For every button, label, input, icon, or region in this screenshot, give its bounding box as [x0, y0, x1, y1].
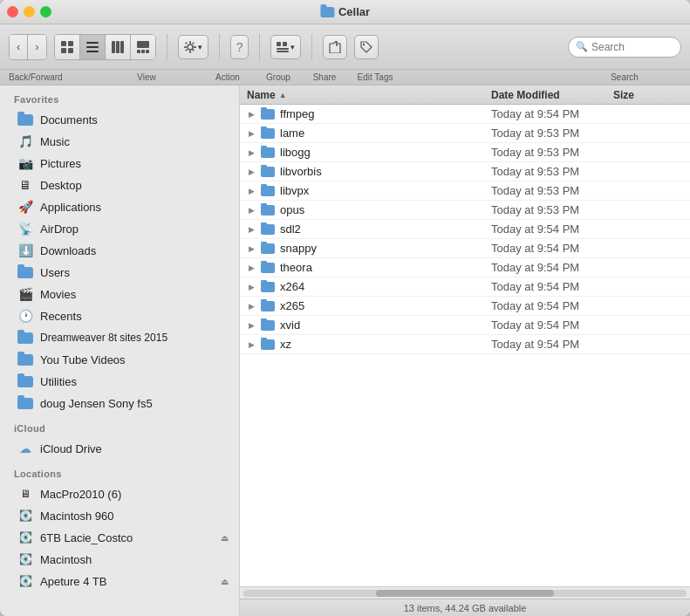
col-size-header[interactable]: Size — [613, 89, 683, 101]
sidebar-item-icloud-drive[interactable]: ☁ iCloud Drive — [3, 438, 236, 459]
group-dropdown-arrow: ▾ — [290, 43, 295, 51]
hscrollbar-area[interactable] — [240, 586, 690, 599]
svg-point-27 — [363, 43, 365, 44]
col-modified-header[interactable]: Date Modified — [491, 89, 613, 101]
sidebar-item-dreamweaver[interactable]: Dreamweaver 8t sites 2015 — [3, 327, 236, 348]
recents-icon: 🕐 — [17, 308, 33, 324]
svg-rect-15 — [189, 41, 191, 44]
sidebar-item-applications[interactable]: 🚀 Applications — [3, 196, 236, 217]
eject-icon-apeture[interactable]: ⏏ — [221, 577, 229, 586]
search-input[interactable] — [591, 41, 670, 53]
svg-rect-7 — [112, 41, 115, 53]
file-row-snappy[interactable]: ▶ snappy Today at 9:54 PM — [240, 239, 690, 258]
sidebar-item-label: Utilities — [40, 375, 77, 388]
list-view-button[interactable] — [80, 35, 106, 59]
help-button[interactable]: ? — [230, 35, 249, 59]
file-row-x265[interactable]: ▶ x265 Today at 9:54 PM — [240, 297, 690, 316]
sidebar-item-pictures[interactable]: 📷 Pictures — [3, 153, 236, 174]
file-list-header: Name ▲ Date Modified Size — [240, 86, 690, 105]
doug-folder-icon — [17, 395, 33, 411]
forward-button[interactable]: › — [28, 35, 45, 59]
svg-rect-11 — [137, 50, 140, 53]
file-row-name: ▶ libvpx — [247, 184, 491, 197]
sidebar-item-lacie[interactable]: 💽 6TB Lacie_Costco ⏏ — [3, 527, 236, 548]
file-modified: Today at 9:53 PM — [491, 184, 613, 197]
file-row-libvorbis[interactable]: ▶ libvorbis Today at 9:53 PM — [240, 162, 690, 181]
window-title: Cellar — [320, 5, 370, 18]
file-row-libvpx[interactable]: ▶ libvpx Today at 9:53 PM — [240, 181, 690, 201]
folder-icon — [261, 147, 275, 158]
search-box[interactable]: 🔍 — [568, 37, 681, 58]
sidebar-item-label: Macintosh — [40, 553, 92, 566]
column-view-icon — [112, 41, 124, 53]
file-row-lame[interactable]: ▶ lame Today at 9:53 PM — [240, 124, 690, 143]
sidebar-item-utilities[interactable]: Utilities — [3, 371, 236, 392]
list-view-icon — [86, 41, 99, 53]
svg-rect-9 — [120, 41, 124, 53]
file-modified: Today at 9:54 PM — [491, 242, 613, 255]
sidebar-item-label: Dreamweaver 8t sites 2015 — [40, 332, 167, 344]
sidebar-item-movies[interactable]: 🎬 Movies — [3, 284, 236, 305]
sidebar-item-recents[interactable]: 🕐 Recents — [3, 305, 236, 326]
close-button[interactable] — [7, 6, 18, 17]
edit-tags-label: Edit Tags — [349, 72, 401, 82]
file-name: libogg — [280, 146, 311, 159]
sidebar-item-documents[interactable]: Documents — [3, 109, 236, 130]
file-row-xvid[interactable]: ▶ xvid Today at 9:54 PM — [240, 316, 690, 335]
file-row-ffmpeg[interactable]: ▶ ffmpeg Today at 9:54 PM — [240, 105, 690, 124]
file-name: snappy — [280, 242, 317, 255]
svg-rect-19 — [185, 42, 188, 44]
apeture-drive-icon: 💽 — [17, 573, 33, 589]
maximize-button[interactable] — [40, 6, 51, 17]
file-row-name: ▶ lame — [247, 127, 491, 140]
col-name-header[interactable]: Name ▲ — [247, 89, 491, 101]
svg-rect-25 — [277, 48, 289, 50]
column-view-button[interactable] — [106, 35, 131, 59]
title-text: Cellar — [338, 5, 370, 18]
expand-triangle: ▶ — [247, 321, 256, 330]
sidebar-item-label: Apeture 4 TB — [40, 575, 106, 588]
file-row-x264[interactable]: ▶ x264 Today at 9:54 PM — [240, 277, 690, 297]
folder-icon — [261, 263, 275, 273]
window-controls — [7, 6, 51, 17]
hscrollbar-thumb[interactable] — [376, 590, 553, 597]
action-button[interactable]: ▾ — [178, 35, 208, 59]
svg-rect-18 — [194, 46, 196, 48]
share-button[interactable] — [323, 35, 347, 59]
file-row-opus[interactable]: ▶ opus Today at 9:53 PM — [240, 201, 690, 220]
file-row-theora[interactable]: ▶ theora Today at 9:54 PM — [240, 258, 690, 277]
expand-triangle: ▶ — [247, 283, 256, 291]
sidebar-item-macpro[interactable]: 🖥 MacPro2010 (6) — [3, 483, 236, 504]
sidebar-item-desktop[interactable]: 🖥 Desktop — [3, 175, 236, 195]
minimize-button[interactable] — [24, 6, 35, 17]
sidebar-item-macintosh[interactable]: 💽 Macintosh — [3, 549, 236, 570]
finder-window: Cellar ‹ › — [0, 0, 690, 616]
sidebar-item-music[interactable]: 🎵 Music — [3, 131, 236, 152]
icon-view-button[interactable] — [55, 35, 80, 59]
file-row-sdl2[interactable]: ▶ sdl2 Today at 9:54 PM — [240, 220, 690, 239]
edit-tags-button[interactable] — [354, 35, 379, 59]
gallery-view-button[interactable] — [131, 35, 155, 59]
svg-rect-8 — [116, 41, 120, 53]
sidebar-item-doug[interactable]: doug Jensen Sony fs5 — [3, 393, 236, 414]
file-row-xz[interactable]: ▶ xz Today at 9:54 PM — [240, 335, 690, 354]
sidebar-item-macintosh960[interactable]: 💽 Macintosh 960 — [3, 505, 236, 526]
file-row-name: ▶ x264 — [247, 280, 491, 293]
group-button[interactable]: ▾ — [270, 35, 301, 59]
nav-label: Back/Forward — [9, 72, 87, 82]
eject-icon-lacie[interactable]: ⏏ — [221, 533, 229, 543]
separator-1 — [167, 34, 167, 60]
svg-rect-12 — [141, 50, 145, 53]
sidebar-item-users[interactable]: Users — [3, 262, 236, 283]
sidebar-item-label: You Tube Videos — [40, 353, 126, 366]
expand-triangle: ▶ — [247, 244, 256, 253]
sidebar-item-airdrop[interactable]: 📡 AirDrop — [3, 218, 236, 239]
gear-icon — [184, 41, 196, 53]
file-row-libogg[interactable]: ▶ libogg Today at 9:53 PM — [240, 143, 690, 162]
sidebar-item-apeture[interactable]: 💽 Apeture 4 TB ⏏ — [3, 571, 236, 592]
file-row-name: ▶ opus — [247, 203, 491, 216]
sidebar-item-downloads[interactable]: ⬇️ Downloads — [3, 240, 236, 261]
svg-rect-20 — [192, 42, 195, 44]
back-button[interactable]: ‹ — [10, 35, 28, 59]
sidebar-item-youtube[interactable]: You Tube Videos — [3, 349, 236, 370]
